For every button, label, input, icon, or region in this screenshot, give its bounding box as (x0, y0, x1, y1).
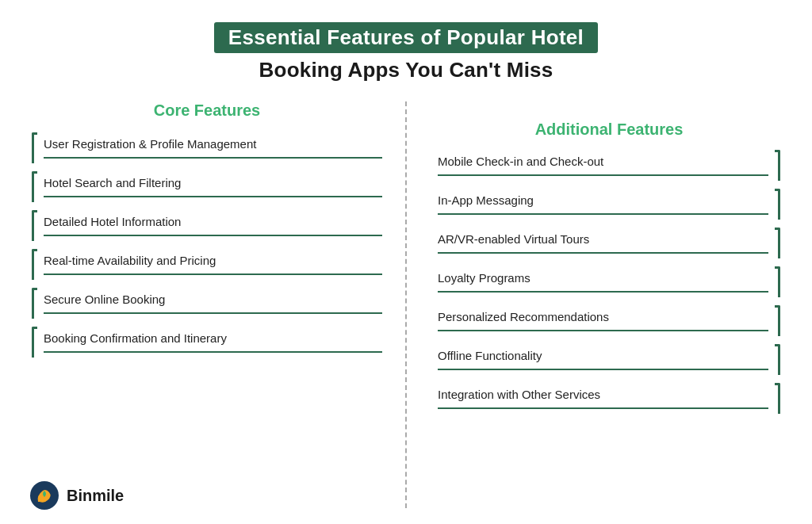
left-column: Core Features User Registration & Profil… (32, 101, 406, 508)
logo-area: Binmile (29, 480, 124, 511)
feature-text: Integration with Other Services (438, 388, 768, 409)
title-sub: Booking Apps You Can't Miss (259, 58, 553, 82)
logo-text: Binmile (67, 487, 124, 505)
content-area: Core Features User Registration & Profil… (32, 101, 780, 508)
list-item: AR/VR-enabled Virtual Tours (438, 228, 780, 258)
feature-text: Detailed Hotel Information (44, 215, 382, 236)
feature-text: Real-time Availability and Pricing (44, 254, 382, 275)
list-item: Detailed Hotel Information (32, 210, 382, 241)
feature-text: Loyalty Programs (438, 271, 768, 293)
feature-text: In-App Messaging (438, 193, 768, 215)
list-item: Offline Functionality (438, 344, 780, 375)
additional-features-title: Additional Features (438, 120, 780, 139)
list-item: Loyalty Programs (438, 266, 780, 297)
feature-text: User Registration & Profile Management (44, 137, 382, 159)
list-item: User Registration & Profile Management (32, 132, 382, 163)
list-item: In-App Messaging (438, 189, 780, 220)
list-item: Secure Online Booking (32, 288, 382, 319)
list-item: Mobile Check-in and Check-out (438, 150, 780, 181)
title-block: Essential Features of Popular Hotel Book… (214, 22, 598, 82)
right-column: Additional Features Mobile Check-in and … (406, 101, 780, 508)
list-item: Hotel Search and Filtering (32, 171, 382, 202)
feature-text: Booking Confirmation and Itinerary (44, 331, 382, 353)
column-divider (405, 101, 407, 508)
list-item: Booking Confirmation and Itinerary (32, 327, 382, 358)
feature-text: Mobile Check-in and Check-out (438, 155, 768, 176)
list-item: Personalized Recommendations (438, 305, 780, 336)
list-item: Real-time Availability and Pricing (32, 249, 382, 280)
binmile-logo-icon (29, 480, 60, 511)
feature-text: Secure Online Booking (44, 293, 382, 314)
feature-text: Personalized Recommendations (438, 310, 768, 331)
feature-text: Offline Functionality (438, 349, 768, 370)
title-highlight: Essential Features of Popular Hotel (214, 22, 598, 53)
list-item: Integration with Other Services (438, 383, 780, 414)
page-wrapper: Essential Features of Popular Hotel Book… (0, 0, 812, 524)
feature-text: Hotel Search and Filtering (44, 176, 382, 197)
feature-text: AR/VR-enabled Virtual Tours (438, 232, 768, 254)
core-features-title: Core Features (32, 101, 382, 120)
